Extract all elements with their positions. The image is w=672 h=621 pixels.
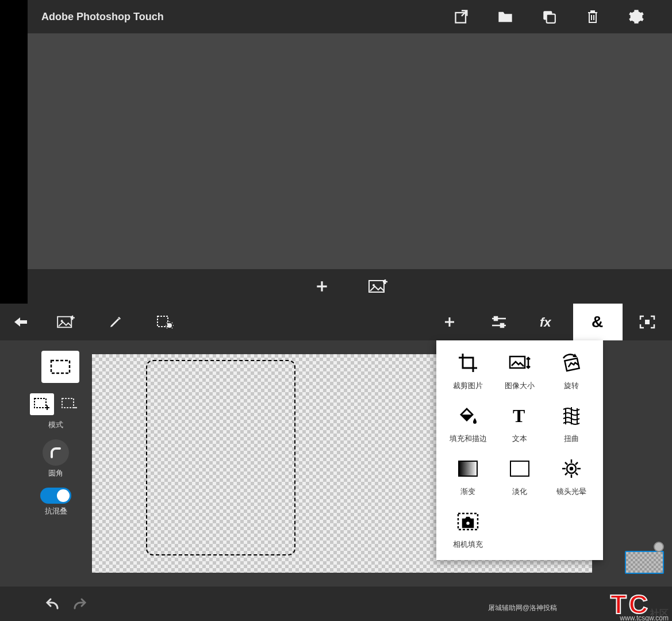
antialias-toggle[interactable] (40, 488, 71, 504)
image-plus-icon (368, 278, 389, 294)
popup-gradient[interactable]: 渐变 (442, 457, 494, 497)
svg-rect-12 (501, 324, 504, 327)
svg-rect-28 (510, 461, 529, 476)
popup-rotate[interactable]: 旋转 (546, 351, 597, 391)
paint-bucket-icon (458, 405, 478, 426)
popup-fade[interactable]: 淡化 (494, 457, 546, 497)
mode-label: 模式 (48, 420, 63, 430)
popup-label: 镜头光晕 (556, 486, 586, 497)
new-project-button[interactable] (308, 272, 336, 301)
new-from-image-button[interactable] (364, 272, 393, 301)
system-strip (0, 0, 28, 304)
add-button[interactable] (425, 304, 474, 340)
popup-label: 渐变 (460, 486, 475, 497)
popup-crop[interactable]: 裁剪图片 (442, 351, 494, 391)
undo-icon (45, 597, 61, 611)
share-icon (454, 9, 470, 25)
svg-rect-3 (547, 14, 555, 23)
popup-label: 旋转 (564, 381, 579, 391)
settings-button[interactable] (615, 0, 658, 33)
fx-button[interactable]: fx (524, 304, 573, 340)
svg-text:fx: fx (540, 315, 551, 329)
transform-menu-button[interactable]: & (573, 304, 623, 340)
back-arrow-icon (13, 316, 28, 328)
popup-camera-fill[interactable]: 相机填充 (442, 509, 494, 550)
gear-icon (628, 9, 644, 25)
ampersand-icon: & (590, 313, 605, 331)
gradient-icon (458, 460, 478, 477)
svg-text:&: & (592, 313, 603, 331)
copy-button[interactable] (527, 0, 571, 33)
popup-label: 图像大小 (505, 381, 535, 391)
corner-radius-button[interactable] (43, 439, 69, 466)
popup-fill-stroke[interactable]: 填充和描边 (442, 404, 494, 444)
selection-options-button[interactable] (140, 304, 190, 340)
fullscreen-icon (639, 315, 655, 329)
svg-rect-16 (51, 361, 70, 373)
svg-rect-19 (510, 356, 525, 368)
popup-label: 裁剪图片 (453, 381, 483, 391)
svg-rect-15 (645, 320, 650, 324)
marquee-tool-button[interactable] (41, 351, 79, 383)
toggle-knob (57, 489, 70, 502)
popup-label: 淡化 (512, 486, 527, 497)
back-button[interactable] (0, 304, 41, 340)
svg-rect-9 (158, 316, 168, 327)
layer-visibility-icon[interactable] (654, 542, 664, 552)
popup-image-size[interactable]: 图像大小 (494, 351, 546, 391)
fullscreen-button[interactable] (623, 304, 672, 340)
camera-fill-icon (456, 512, 479, 531)
fx-icon: fx (540, 315, 557, 329)
home-bottombar (28, 269, 672, 304)
svg-rect-17 (34, 398, 46, 408)
svg-rect-23 (459, 461, 477, 476)
pencil-icon (109, 315, 122, 329)
selection-rectangle[interactable] (146, 360, 295, 555)
selection-mode-add-button[interactable] (30, 393, 54, 415)
selection-subtract-icon (61, 397, 78, 411)
popup-lens-flare[interactable]: 镜头光晕 (546, 457, 597, 497)
svg-point-31 (570, 467, 573, 470)
plus-icon (314, 279, 329, 294)
svg-text:T: T (513, 406, 525, 425)
adjust-button[interactable] (474, 304, 524, 340)
antialias-label: 抗混叠 (45, 506, 67, 516)
tool-sidebar: 模式 圆角 抗混叠 (0, 340, 86, 621)
popup-label: 文本 (512, 434, 527, 444)
selection-gear-icon (156, 315, 174, 329)
popup-label: 相机填充 (453, 539, 483, 550)
plus-icon (443, 315, 456, 329)
sliders-icon (491, 316, 507, 328)
trash-icon (586, 9, 600, 25)
folder-button[interactable] (483, 0, 527, 33)
home-screen: Adobe Photoshop Touch (0, 0, 672, 304)
warp-icon (561, 406, 582, 425)
image-plus-icon (56, 315, 76, 329)
popup-label: 扭曲 (564, 434, 579, 444)
selection-sub-panel: 模式 圆角 抗混叠 (28, 393, 84, 526)
redo-icon (71, 597, 87, 611)
watermark-credit: 屠城辅助网@洛神投稿 (488, 603, 557, 613)
fade-icon (509, 460, 530, 477)
layer-thumbnail[interactable] (625, 551, 664, 574)
delete-button[interactable] (571, 0, 615, 33)
redo-button[interactable] (71, 597, 87, 611)
share-button[interactable] (440, 0, 483, 33)
editor-screen: fx & 模式 (0, 304, 672, 621)
crop-icon (458, 352, 478, 373)
add-image-button[interactable] (41, 304, 91, 340)
svg-point-10 (167, 323, 172, 328)
selection-mode-subtract-button[interactable] (57, 393, 82, 415)
corner-icon (49, 446, 63, 459)
svg-point-34 (466, 521, 470, 526)
undo-button[interactable] (45, 597, 61, 611)
brush-button[interactable] (91, 304, 140, 340)
popup-warp[interactable]: 扭曲 (546, 404, 597, 444)
rotate-icon (560, 352, 583, 373)
popup-text[interactable]: T 文本 (494, 404, 546, 444)
home-topbar: Adobe Photoshop Touch (28, 0, 672, 33)
app-title: Adobe Photoshop Touch (41, 11, 164, 23)
editor-topbar: fx & (0, 304, 672, 340)
layers-panel[interactable] (605, 522, 669, 585)
marquee-icon (49, 359, 71, 375)
